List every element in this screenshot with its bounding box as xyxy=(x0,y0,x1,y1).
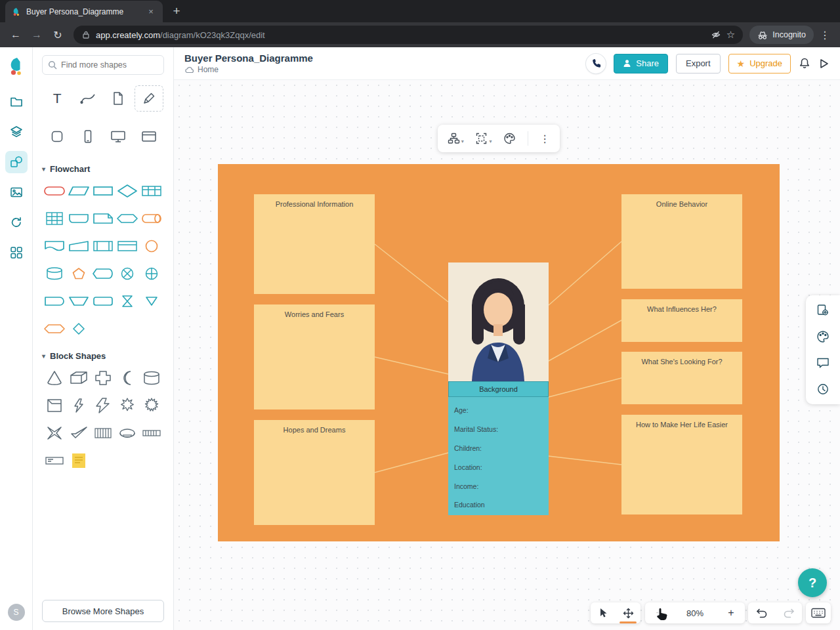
persona-note[interactable]: How to Make Her Life Easier xyxy=(621,415,742,514)
shape-grid-table[interactable] xyxy=(43,211,66,226)
shape-folded-sheet[interactable] xyxy=(43,398,66,413)
persona-photo[interactable] xyxy=(448,262,549,381)
shape-circle[interactable] xyxy=(140,238,163,254)
shape-terminator[interactable] xyxy=(43,183,66,199)
share-button[interactable]: Share xyxy=(614,54,668,74)
shape-hatched-bar[interactable] xyxy=(140,425,163,441)
shape-3d-box[interactable] xyxy=(67,370,91,386)
shape-predefined-process[interactable] xyxy=(91,238,115,254)
shape-crescent[interactable] xyxy=(116,370,139,386)
field-location[interactable]: Location: xyxy=(454,457,549,476)
background-fields[interactable]: Age: Marital Status: Children: Location:… xyxy=(448,397,549,515)
browser-menu-icon[interactable]: ⋮ xyxy=(816,29,833,41)
folder-icon[interactable] xyxy=(5,91,28,113)
section-block-shapes[interactable]: ▾ Block Shapes xyxy=(42,351,164,361)
blank-page-tool[interactable] xyxy=(104,85,133,112)
persona-note[interactable]: What She's Looking For? xyxy=(621,352,742,404)
shapes-icon[interactable] xyxy=(5,151,28,173)
shape-sticky-note[interactable] xyxy=(67,453,91,469)
shape-circle-x[interactable] xyxy=(116,266,139,282)
redo-button[interactable] xyxy=(783,608,795,618)
shape-delay[interactable] xyxy=(43,293,66,309)
more-options-button[interactable]: ⋮ xyxy=(539,133,550,145)
call-button[interactable] xyxy=(586,54,606,74)
new-tab-button[interactable]: + xyxy=(167,1,186,21)
field-education[interactable]: Education xyxy=(454,495,549,514)
shape-burst-8[interactable] xyxy=(116,398,139,413)
desktop-frame-shape[interactable] xyxy=(104,123,133,150)
shape-lightning-small[interactable] xyxy=(67,398,91,413)
back-icon[interactable]: ← xyxy=(7,26,25,44)
zoom-out-button[interactable]: − xyxy=(652,607,666,619)
shape-folded-document[interactable] xyxy=(91,211,115,226)
zoom-in-button[interactable]: + xyxy=(724,607,738,619)
browse-more-shapes-button[interactable]: Browse More Shapes xyxy=(42,600,164,622)
shape-half-disc[interactable] xyxy=(116,425,139,441)
help-button[interactable]: ? xyxy=(798,568,827,597)
freehand-line-tool[interactable] xyxy=(74,85,102,112)
keyboard-icon[interactable] xyxy=(811,608,826,618)
mobile-frame-shape[interactable] xyxy=(74,123,102,150)
style-tool-button[interactable] xyxy=(503,133,516,144)
field-income[interactable]: Income: xyxy=(454,476,549,495)
shape-hatched-rect[interactable] xyxy=(91,425,115,441)
shape-pentagon[interactable] xyxy=(67,266,91,282)
text-tool[interactable]: T xyxy=(43,85,72,112)
image-icon[interactable] xyxy=(5,181,28,203)
shape-hexagon-orange[interactable] xyxy=(43,321,66,337)
layers-icon[interactable] xyxy=(5,121,28,143)
notifications-bell-icon[interactable] xyxy=(799,57,810,70)
shape-cylinder[interactable] xyxy=(43,266,66,282)
buyer-persona-diagram[interactable]: Professional Information Worries and Fea… xyxy=(218,164,780,541)
shape-hexagon[interactable] xyxy=(116,211,139,226)
diagram-settings-icon[interactable] xyxy=(814,302,831,319)
shape-rounded-rect[interactable] xyxy=(91,293,115,309)
tab-close-icon[interactable]: × xyxy=(146,7,156,17)
zoom-level[interactable]: 80% xyxy=(686,608,704,618)
breadcrumb[interactable]: Home xyxy=(184,65,313,74)
reload-icon[interactable]: ↻ xyxy=(49,26,67,44)
shape-cylinder-gray[interactable] xyxy=(140,370,163,386)
frame-tool-button[interactable]: ▾ xyxy=(475,133,492,144)
upgrade-button[interactable]: ★ Upgrade xyxy=(728,54,791,74)
bookmark-star-icon[interactable]: ☆ xyxy=(726,29,735,41)
background-section-header[interactable]: Background xyxy=(448,381,549,397)
present-icon[interactable] xyxy=(818,58,830,70)
creately-logo[interactable] xyxy=(8,56,25,76)
shape-inverted-trapezoid[interactable] xyxy=(67,293,91,309)
browser-frame-shape[interactable] xyxy=(135,123,163,150)
field-marital-status[interactable]: Marital Status: xyxy=(454,420,549,439)
shape-parallelogram[interactable] xyxy=(67,183,91,199)
persona-note[interactable]: Worries and Fears xyxy=(254,304,375,410)
persona-note[interactable]: What Influences Her? xyxy=(621,299,742,342)
forward-icon[interactable]: → xyxy=(28,26,46,44)
shape-burst-12[interactable] xyxy=(140,398,163,413)
shape-circle-plus[interactable] xyxy=(140,266,163,282)
search-input[interactable] xyxy=(61,60,158,70)
pan-tool-button[interactable] xyxy=(616,602,640,623)
address-bar[interactable]: app.creately.com/diagram/kO23qk3Zqqx/edi… xyxy=(74,26,743,44)
layout-tool-button[interactable]: ▾ xyxy=(448,133,464,144)
shape-hourglass[interactable] xyxy=(116,293,139,309)
shape-document[interactable] xyxy=(43,238,66,254)
select-tool-button[interactable] xyxy=(591,602,616,623)
shape-lightning[interactable] xyxy=(91,398,115,413)
diagram-canvas[interactable]: ▾ ▾ ⋮ xyxy=(174,80,840,630)
shape-small-diamond[interactable] xyxy=(67,321,91,337)
browser-tab[interactable]: Buyer Persona_Diagramme × xyxy=(5,1,163,22)
eye-off-icon[interactable] xyxy=(711,30,721,39)
shape-header-rect[interactable] xyxy=(116,238,139,254)
field-age[interactable]: Age: xyxy=(454,401,549,420)
section-flowchart[interactable]: ▾ Flowchart xyxy=(42,164,164,174)
pen-tool[interactable] xyxy=(135,85,163,112)
theme-palette-icon[interactable] xyxy=(814,328,831,345)
comments-icon[interactable] xyxy=(814,354,831,371)
persona-note[interactable]: Professional Information xyxy=(254,194,375,294)
shape-rectangle[interactable] xyxy=(91,183,115,199)
history-icon[interactable] xyxy=(814,381,831,398)
shape-triangle-down[interactable] xyxy=(140,293,163,309)
shape-cone[interactable] xyxy=(43,370,66,386)
persona-note[interactable]: Hopes and Dreams xyxy=(254,420,375,525)
shape-tube[interactable] xyxy=(140,211,163,226)
shape-checkmark[interactable] xyxy=(67,425,91,441)
